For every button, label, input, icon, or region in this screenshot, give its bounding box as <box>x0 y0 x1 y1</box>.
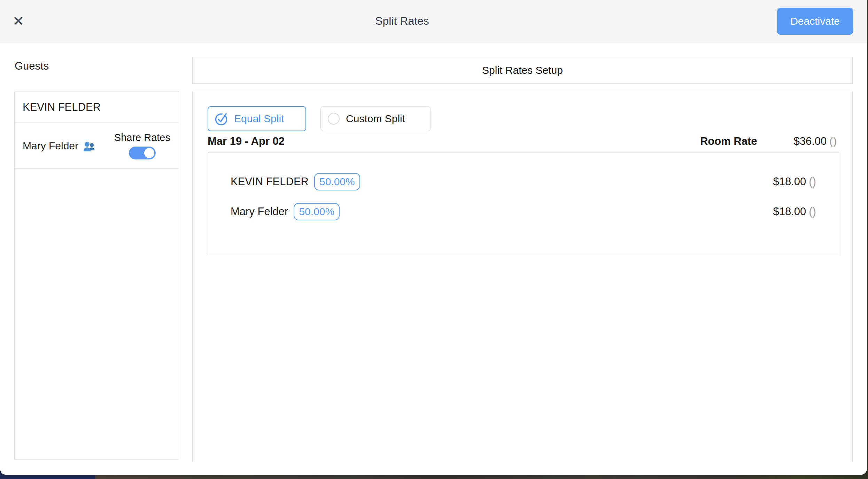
room-rate-amount: $36.00 <box>794 135 827 148</box>
setup-title-bar: Split Rates Setup <box>192 57 853 84</box>
split-row: Mary Felder 50.00% $18.00 () <box>208 197 839 227</box>
equal-split-label: Equal Split <box>234 113 284 125</box>
room-rate-note: () <box>829 135 837 148</box>
shared-guests-icon <box>83 141 96 152</box>
primary-guest-row[interactable]: KEVIN FELDER <box>15 92 179 123</box>
split-guest-name: Mary Felder <box>231 205 288 218</box>
split-setup-panel: Equal Split Custom Split Mar 19 - Apr 02… <box>192 91 853 462</box>
check-circle-icon <box>215 111 228 126</box>
split-row: KEVIN FELDER 50.00% $18.00 () <box>208 167 839 197</box>
radio-circle-icon <box>328 113 340 125</box>
custom-split-label: Custom Split <box>346 113 405 125</box>
primary-guest-name: KEVIN FELDER <box>23 101 101 113</box>
equal-split-button[interactable]: Equal Split <box>208 106 306 131</box>
setup-title: Split Rates Setup <box>482 64 563 76</box>
period-row: Mar 19 - Apr 02 Room Rate $36.00 () <box>208 134 837 149</box>
modal-header: ✕ Split Rates Deactivate <box>0 0 867 42</box>
split-mode-options: Equal Split Custom Split <box>208 106 431 131</box>
guests-heading: Guests <box>15 60 49 72</box>
split-guest-name: KEVIN FELDER <box>231 175 309 188</box>
split-percent-pill[interactable]: 50.00% <box>314 173 360 190</box>
split-amount-note: () <box>809 205 816 218</box>
share-rates-label: Share Rates <box>114 132 170 143</box>
split-rates-modal: ✕ Split Rates Deactivate Guests KEVIN FE… <box>0 0 867 475</box>
room-rate-label: Room Rate <box>700 135 757 148</box>
guest-row[interactable]: Mary Felder Share Rates <box>15 123 179 169</box>
date-range: Mar 19 - Apr 02 <box>208 135 285 148</box>
split-amount: $18.00 <box>773 205 806 218</box>
guest-list-panel: KEVIN FELDER Mary Felder Share Rates <box>14 92 179 460</box>
split-percent-pill[interactable]: 50.00% <box>294 203 340 220</box>
page-title: Split Rates <box>0 15 804 28</box>
split-amount-note: () <box>809 175 816 188</box>
custom-split-button[interactable]: Custom Split <box>320 106 431 131</box>
deactivate-button[interactable]: Deactivate <box>777 8 853 35</box>
share-rates-toggle[interactable] <box>129 147 156 159</box>
split-amount: $18.00 <box>773 175 806 188</box>
toggle-knob <box>144 148 154 158</box>
splits-box: KEVIN FELDER 50.00% $18.00 () Mary Felde… <box>208 152 839 256</box>
modal-body: Guests KEVIN FELDER Mary Felder Share Ra… <box>0 42 867 474</box>
guest-name: Mary Felder <box>23 140 78 152</box>
